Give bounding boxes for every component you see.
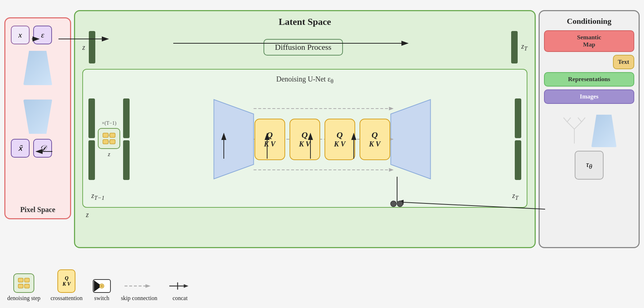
svg-rect-21 [18,278,23,282]
green-bar-unet-left-bottom [88,140,95,180]
legend-switch-icon [93,279,111,293]
qkv-box-4: Q K V [360,119,390,160]
legend-denoising: denoising step [7,273,40,302]
qkv-box-2: Q K V [290,119,320,160]
legend-crossattn-label: crossattention [51,295,83,302]
denoising-step-icon [98,128,120,149]
cond-text: Text [613,55,635,69]
x-box: x [11,26,30,44]
legend-switch: switch [93,279,111,302]
blue-trapezoid-bottom [23,100,52,134]
legend-switch-label: switch [94,295,109,302]
cond-semantic-map: SemanticMap [544,30,634,52]
green-bar-unet-right-bottom [515,140,521,180]
conditioning-box: Conditioning SemanticMap Text Repres­ent… [539,10,640,248]
decoder-box: 𝒟 [33,139,52,158]
legend-skip-label: skip connection [121,295,157,302]
svg-line-15 [567,122,574,129]
qkv-box-3: Q K V [325,119,355,160]
z-label-bottom: z [86,211,89,219]
pixel-space-box: x ε x̃ 𝒟 Pixel Space [4,17,71,219]
legend-denoising-icon [13,273,34,293]
diffusion-process-box: Diffusion Process [264,39,343,56]
svg-marker-30 [145,284,151,288]
legend-crossattn-icon: QK V [57,269,75,293]
z-label-top: z [82,43,85,52]
svg-rect-23 [18,284,23,288]
zt1-label: zT−1 [91,192,105,202]
latent-space-box: Latent Space z Diffusion Process zT Deno… [74,10,536,248]
svg-line-16 [574,122,582,129]
svg-rect-22 [25,278,30,282]
blue-trapezoid-top [23,51,52,85]
svg-point-28 [101,285,103,287]
svg-rect-3 [110,140,115,144]
svg-line-20 [582,118,585,122]
pixel-space-title: Pixel Space [5,206,70,214]
svg-marker-6 [214,100,254,179]
svg-line-18 [567,118,571,122]
latent-space-title: Latent Space [82,17,527,27]
svg-line-19 [578,118,582,122]
green-bar-2 [511,31,518,63]
zt-label-unet: zT [512,192,518,202]
legend-skip-icon [125,279,153,293]
green-bar-unet-right-top [515,98,521,138]
tau-box: τθ [575,151,604,180]
x-tilde-box: x̃ [11,139,30,158]
svg-marker-13 [389,168,394,172]
green-bar-1 [89,31,95,63]
svg-rect-1 [110,133,115,137]
legend-concat: concat [167,279,193,302]
tree-icon [562,115,587,147]
svg-marker-9 [389,107,394,110]
unet-title: Denoising U-Net εθ [88,75,521,85]
svg-rect-24 [25,284,30,288]
svg-marker-32 [184,284,188,288]
cond-images: Images [544,89,634,104]
green-bar-unet-mid-top [123,98,130,138]
svg-marker-7 [391,100,431,179]
green-bar-unet-left-top [88,98,95,138]
conditioning-trapezoid [591,115,617,147]
legend-concat-icon [167,279,193,293]
legend-denoising-label: denoising step [7,295,40,302]
legend: denoising step QK V crossattention switc… [7,269,193,302]
qkv-row: Q K V Q K V Q K V Q K V [254,119,390,160]
z-label-mid: z [108,151,110,158]
legend-skip: skip connection [121,279,157,302]
zt-label-top: zT [521,42,527,52]
unet-box: Denoising U-Net εθ ×(T−1) [82,69,527,208]
legend-crossattn: QK V crossattention [51,269,83,302]
svg-rect-0 [103,133,108,137]
legend-concat-label: concat [173,295,188,302]
conditioning-title: Conditioning [544,17,634,26]
svg-line-17 [564,118,567,122]
cond-representations: Repres­entations [544,72,634,87]
green-bar-unet-mid-bottom [123,140,130,180]
encoder-box: ε [33,26,52,44]
qkv-box-1: Q K V [254,119,285,160]
page-container: x ε x̃ 𝒟 Pixel Space Latent Space z Diff… [0,0,644,308]
svg-rect-2 [103,140,108,144]
